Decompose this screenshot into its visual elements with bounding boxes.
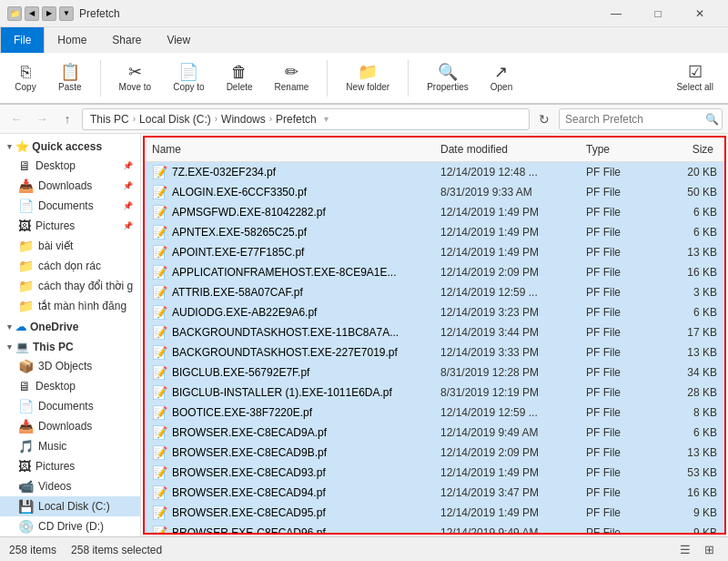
sidebar-item-music[interactable]: 🎵 Music bbox=[0, 436, 140, 456]
rename-button[interactable]: ✏ Rename bbox=[268, 60, 317, 96]
table-row[interactable]: 📝 APPLICATIONFRAMEHOST.EXE-8CE9A1E... 12… bbox=[145, 262, 724, 282]
file-name-text: BIGCLUB.EXE-56792E7F.pf bbox=[172, 366, 309, 379]
file-date: 8/31/2019 12:19 PM bbox=[433, 384, 579, 401]
file-icon: 📝 bbox=[152, 505, 167, 520]
sidebar-item-downloads[interactable]: 📥 Downloads 📌 bbox=[0, 176, 140, 196]
sidebar-item-bai-viet[interactable]: 📁 bài viết bbox=[0, 236, 140, 256]
file-name-text: BROWSER.EXE-C8ECAD93.pf bbox=[172, 466, 326, 479]
open-button[interactable]: ↗ Open bbox=[483, 60, 520, 96]
minimize-button[interactable]: — bbox=[595, 0, 637, 27]
file-name-text: BIGCLUB-INSTALLER (1).EXE-1011E6DA.pf bbox=[172, 386, 392, 399]
file-date: 12/14/2019 1:49 PM bbox=[433, 244, 579, 260]
table-row[interactable]: 📝 ALOGIN.EXE-6CCF3350.pf 8/31/2019 9:33 … bbox=[145, 182, 724, 202]
table-row[interactable]: 📝 7Z.EXE-032EF234.pf 12/14/2019 12:48 ..… bbox=[145, 162, 724, 182]
header-name[interactable]: Name bbox=[145, 141, 433, 158]
up-button[interactable]: ↑ bbox=[56, 108, 78, 130]
address-path[interactable]: This PC › Local Disk (C:) › Windows › Pr… bbox=[82, 108, 530, 130]
sidebar-item-cach-don-rac[interactable]: 📁 cách dọn rác bbox=[0, 256, 140, 276]
table-row[interactable]: 📝 APOINT.EXE-E77F185C.pf 12/14/2019 1:49… bbox=[145, 242, 724, 262]
close-button[interactable]: ✕ bbox=[679, 0, 721, 27]
file-list-header: Name Date modified Type Size bbox=[145, 138, 724, 162]
sidebar-quick-access-header[interactable]: ▾ ⭐ Quick access bbox=[0, 138, 140, 156]
file-name: 📝 ALOGIN.EXE-6CCF3350.pf bbox=[145, 183, 433, 201]
table-row[interactable]: 📝 BROWSER.EXE-C8ECAD93.pf 12/14/2019 1:4… bbox=[145, 463, 724, 483]
header-date[interactable]: Date modified bbox=[433, 141, 579, 158]
sidebar-item-desktop-pc[interactable]: 🖥 Desktop bbox=[0, 376, 140, 396]
path-local-disk: Local Disk (C:) bbox=[139, 113, 211, 126]
sidebar-item-pictures[interactable]: 🖼 Pictures 📌 bbox=[0, 216, 140, 236]
view-large-icons-button[interactable]: ⊞ bbox=[699, 540, 719, 560]
table-row[interactable]: 📝 BACKGROUNDTASKHOST.EXE-11BC8A7A... 12/… bbox=[145, 322, 724, 342]
delete-button[interactable]: 🗑 Delete bbox=[219, 60, 260, 96]
table-row[interactable]: 📝 BROWSER.EXE-C8ECAD95.pf 12/14/2019 1:4… bbox=[145, 503, 724, 523]
pin-icon: ▶ bbox=[42, 6, 56, 21]
sidebar-item-videos[interactable]: 📹 Videos bbox=[0, 476, 140, 496]
header-type[interactable]: Type bbox=[579, 141, 661, 158]
tab-file[interactable]: File bbox=[0, 27, 45, 53]
pc-icon: 💻 bbox=[15, 341, 29, 353]
file-size: 9 KB bbox=[661, 525, 724, 533]
forward-button[interactable]: → bbox=[31, 108, 53, 130]
sidebar-item-pictures-pc[interactable]: 🖼 Pictures bbox=[0, 456, 140, 476]
copy-to-label: Copy to bbox=[173, 82, 204, 92]
sidebar-item-cd-drive[interactable]: 💿 CD Drive (D:) bbox=[0, 516, 140, 536]
table-row[interactable]: 📝 ATTRIB.EXE-58A07CAF.pf 12/14/2019 12:5… bbox=[145, 282, 724, 302]
maximize-button[interactable]: □ bbox=[637, 0, 679, 27]
file-name-text: 7Z.EXE-032EF234.pf bbox=[172, 166, 276, 178]
table-row[interactable]: 📝 BIGCLUB-INSTALLER (1).EXE-1011E6DA.pf … bbox=[145, 382, 724, 403]
search-box[interactable]: 🔍 bbox=[559, 108, 723, 130]
table-row[interactable]: 📝 BROWSER.EXE-C8ECAD9B.pf 12/14/2019 2:0… bbox=[145, 443, 724, 463]
sidebar-item-desktop-pc-label: Desktop bbox=[35, 380, 76, 393]
sidebar-item-desktop[interactable]: 🖥 Desktop 📌 bbox=[0, 156, 140, 176]
sidebar-item-documents-pc[interactable]: 📄 Documents bbox=[0, 396, 140, 416]
sidebar-item-documents[interactable]: 📄 Documents 📌 bbox=[0, 196, 140, 216]
refresh-button[interactable]: ↻ bbox=[533, 108, 555, 130]
table-row[interactable]: 📝 BROWSER.EXE-C8ECAD96.pf 12/14/2019 9:4… bbox=[145, 523, 724, 533]
sidebar-item-3d-objects[interactable]: 📦 3D Objects bbox=[0, 356, 140, 376]
file-icon: 📝 bbox=[152, 205, 167, 219]
status-left: 258 items 258 items selected bbox=[9, 544, 162, 556]
tab-view[interactable]: View bbox=[154, 27, 203, 53]
tab-home[interactable]: Home bbox=[45, 27, 99, 53]
table-row[interactable]: 📝 APMSGFWD.EXE-81042282.pf 12/14/2019 1:… bbox=[145, 202, 724, 222]
search-input[interactable] bbox=[565, 113, 702, 126]
move-to-button[interactable]: ✂ Move to bbox=[112, 60, 159, 96]
quick-access-icon: ◀ bbox=[25, 6, 39, 21]
table-row[interactable]: 📝 BIGCLUB.EXE-56792E7F.pf 8/31/2019 12:2… bbox=[145, 362, 724, 382]
copy-button[interactable]: ⎘ Copy bbox=[7, 60, 44, 96]
table-row[interactable]: 📝 BOOTICE.EXE-38F7220E.pf 12/14/2019 12:… bbox=[145, 403, 724, 423]
properties-button[interactable]: 🔍 Properties bbox=[420, 60, 476, 96]
file-name-text: BROWSER.EXE-C8ECAD95.pf bbox=[172, 506, 326, 519]
file-list[interactable]: 📝 7Z.EXE-032EF234.pf 12/14/2019 12:48 ..… bbox=[145, 162, 724, 533]
tab-share[interactable]: Share bbox=[99, 27, 154, 53]
sidebar-item-downloads-pc[interactable]: 📥 Downloads bbox=[0, 416, 140, 436]
sidebar-item-cach-thay-doi-label: cách thay đổi thời g bbox=[38, 280, 133, 292]
file-size: 16 KB bbox=[661, 484, 724, 501]
table-row[interactable]: 📝 BROWSER.EXE-C8ECAD9A.pf 12/14/2019 9:4… bbox=[145, 423, 724, 443]
file-type: PF File bbox=[579, 384, 661, 401]
select-all-button[interactable]: ☑ Select all bbox=[669, 60, 721, 96]
table-row[interactable]: 📝 BROWSER.EXE-C8ECAD94.pf 12/14/2019 3:4… bbox=[145, 483, 724, 503]
table-row[interactable]: 📝 APNTEX.EXE-58265C25.pf 12/14/2019 1:49… bbox=[145, 222, 724, 242]
sidebar-this-pc-header[interactable]: ▾ 💻 This PC bbox=[0, 338, 140, 356]
sidebar-item-local-disk[interactable]: 💾 Local Disk (C:) bbox=[0, 496, 140, 516]
file-type: PF File bbox=[579, 464, 661, 481]
address-bar: ← → ↑ This PC › Local Disk (C:) › Window… bbox=[0, 105, 728, 134]
folder-icon: 📁 bbox=[18, 299, 34, 313]
folder-icon: 📥 bbox=[18, 419, 34, 434]
back-button[interactable]: ← bbox=[5, 108, 27, 130]
table-row[interactable]: 📝 AUDIODG.EXE-AB22E9A6.pf 12/14/2019 3:2… bbox=[145, 302, 724, 322]
sidebar-onedrive-header[interactable]: ▾ ☁ OneDrive bbox=[0, 318, 140, 336]
sidebar-item-cach-thay-doi[interactable]: 📁 cách thay đổi thời g bbox=[0, 276, 140, 296]
sidebar-item-local-disk-label: Local Disk (C:) bbox=[38, 500, 110, 513]
sidebar-item-tat-man-hinh[interactable]: 📁 tắt màn hình đăng bbox=[0, 296, 140, 316]
view-details-button[interactable]: ☰ bbox=[675, 540, 695, 560]
header-size[interactable]: Size bbox=[661, 141, 724, 158]
sidebar-item-music-label: Music bbox=[38, 440, 66, 453]
table-row[interactable]: 📝 BACKGROUNDTASKHOST.EXE-227E7019.pf 12/… bbox=[145, 342, 724, 362]
cloud-icon: ☁ bbox=[15, 321, 26, 333]
paste-button[interactable]: 📋 Paste bbox=[51, 60, 89, 96]
cd-icon: 💿 bbox=[18, 519, 34, 534]
new-folder-button[interactable]: 📁 New folder bbox=[339, 60, 397, 96]
copy-to-button[interactable]: 📄 Copy to bbox=[166, 60, 211, 96]
